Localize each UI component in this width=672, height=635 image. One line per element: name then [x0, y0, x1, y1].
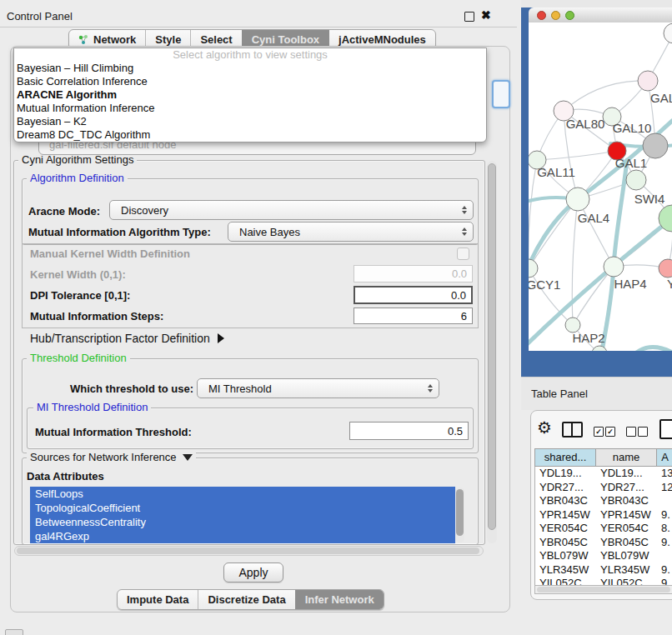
kernel-width-label: Kernel Width (0,1):: [30, 268, 126, 281]
cell-shared: YDR27...: [535, 481, 596, 495]
float-icon[interactable]: [464, 12, 474, 22]
network-icon: [78, 34, 89, 45]
algorithm-option-aracne-algorithm[interactable]: ARACNE Algorithm: [14, 88, 486, 102]
mi-type-select[interactable]: Naive Bayes: [228, 222, 474, 242]
attribute-item-gal4rgexp[interactable]: gal4RGexp: [30, 529, 455, 543]
table-row[interactable]: YDL19...YDL19...13: [535, 467, 672, 481]
deselect-columns-icon[interactable]: [638, 427, 648, 437]
cell-name: YLR345W: [596, 563, 657, 578]
algorithm-option-dream8-dc-tdc-algorithm[interactable]: Dream8 DC_TDC Algorithm: [14, 128, 486, 142]
attribute-item-betweennesscentrality[interactable]: BetweennessCentrality: [30, 515, 455, 529]
mi-threshold-label: Mutual Information Threshold:: [35, 426, 192, 438]
settings-horizontal-scrollbar-thumb[interactable]: [17, 548, 479, 554]
table-row[interactable]: YER054CYER054C8.: [535, 522, 672, 536]
aracne-mode-select[interactable]: Discovery: [109, 200, 474, 220]
sources-group-title[interactable]: Sources for Network Inference: [27, 452, 196, 463]
column-header-a[interactable]: A: [657, 449, 672, 466]
tab-impute-data[interactable]: Impute Data: [118, 590, 198, 609]
close-icon[interactable]: ✖: [481, 8, 491, 22]
apply-button[interactable]: Apply: [223, 562, 283, 582]
select-columns-icon[interactable]: ✓: [594, 427, 604, 437]
dpi-tolerance-field[interactable]: 0.0: [354, 286, 473, 304]
table-row[interactable]: YPR145WYPR145W9.: [535, 508, 672, 522]
zoom-traffic-icon[interactable]: [565, 11, 574, 20]
settings-vertical-scrollbar[interactable]: [487, 161, 497, 543]
settings-vertical-scrollbar-thumb[interactable]: [488, 163, 496, 530]
network-canvas[interactable]: GALGAL80GAL10GAL1GAL11SWI4GAL4GCY1HAP4YH…: [529, 22, 672, 351]
node-label-hap2: HAP2: [572, 331, 604, 345]
cell-shared: YLR345W: [535, 563, 596, 578]
aracne-mode-value: Discovery: [121, 204, 168, 217]
algorithm-option-basic-correlation-inference[interactable]: Basic Correlation Inference: [14, 75, 486, 88]
mi-type-value: Naive Bayes: [239, 226, 300, 238]
algorithm-dropdown[interactable]: Select algorithm to view settings Bayesi…: [13, 48, 487, 142]
column-header-shared[interactable]: shared...: [535, 449, 596, 466]
attribute-item-selfloops[interactable]: SelfLoops: [30, 487, 455, 501]
table-horizontal-scrollbar[interactable]: [534, 585, 672, 594]
algorithm-option-bayesian-k2[interactable]: Bayesian – K2: [14, 115, 486, 128]
node-label-swi4: SWI4: [634, 192, 665, 206]
algorithm-option-bayesian-hill-climbing[interactable]: Bayesian – Hill Climbing: [14, 62, 486, 75]
node-label-gal4: GAL4: [578, 211, 609, 225]
tab-label: jActiveMNodules: [339, 33, 426, 46]
node-top-partial[interactable]: [664, 23, 672, 43]
mi-threshold-field[interactable]: 0.5: [349, 422, 469, 440]
node-label-gal11: GAL11: [537, 165, 575, 179]
table-row[interactable]: YDR27...YDR27...12: [535, 481, 672, 495]
table-row[interactable]: YBR045CYBR045C9.: [535, 536, 672, 550]
deselect-columns-icon[interactable]: [626, 427, 636, 437]
dpi-tolerance-value: 0.0: [451, 289, 466, 302]
node-hap4[interactable]: [604, 257, 624, 277]
spinner-icon: [462, 228, 467, 236]
settings-horizontal-scrollbar[interactable]: [14, 546, 484, 556]
node-green-mid[interactable]: [626, 170, 646, 190]
cell-shared: YBR045C: [535, 536, 596, 550]
tab-label: Cyni Toolbox: [252, 33, 319, 46]
table-rows: YDL19...YDL19...13YDR27...YDR27...12YBR0…: [534, 467, 672, 585]
which-threshold-select[interactable]: MI Threshold: [197, 378, 439, 398]
select-columns-icon[interactable]: ✓: [605, 427, 615, 437]
tab-label: Infer Network: [305, 593, 374, 606]
cell-value: 9: [657, 577, 672, 585]
table-row[interactable]: YLR345WYLR345W9.: [535, 563, 672, 578]
split-column-icon[interactable]: [562, 422, 583, 438]
mi-threshold-value: 0.5: [448, 425, 463, 438]
close-traffic-icon[interactable]: [537, 11, 546, 20]
apply-button-label: Apply: [238, 566, 268, 579]
node-gcy1[interactable]: [529, 259, 538, 278]
sources-title-text: Sources for Network Inference: [30, 452, 177, 463]
collapsed-panel-fragment[interactable]: [5, 629, 23, 635]
attributes-scrollbar[interactable]: [455, 488, 464, 542]
node-gal4[interactable]: [566, 188, 589, 211]
hub-section-toggle[interactable]: Hub/Transcription Factor Definition: [30, 332, 224, 345]
mi-threshold-group-title: MI Threshold Definition: [33, 402, 151, 413]
cell-name: YIL052C: [596, 577, 657, 585]
cell-value: 9.: [657, 563, 672, 578]
cell-shared: YBL079W: [535, 549, 596, 563]
cell-name: YPR145W: [596, 508, 657, 522]
network-window-titlebar[interactable]: [529, 8, 672, 23]
table-row[interactable]: YBL079WYBL079W: [535, 549, 672, 563]
table-row[interactable]: YIL052CYIL052C9: [535, 577, 672, 585]
algorithm-option-mutual-information-inference[interactable]: Mutual Information Inference: [14, 102, 486, 115]
cell-value: 8.: [657, 522, 672, 536]
gear-icon[interactable]: ⚙: [537, 419, 552, 436]
network-edge: [537, 151, 617, 160]
attributes-scrollbar-thumb[interactable]: [456, 489, 464, 536]
node-salmon[interactable]: [659, 259, 672, 278]
table-row[interactable]: YBR043CYBR043C: [535, 494, 672, 508]
node-gray[interactable]: [643, 133, 668, 158]
tab-discretize-data[interactable]: Discretize Data: [198, 590, 294, 609]
attribute-item-topologicalcoefficient[interactable]: TopologicalCoefficient: [30, 501, 455, 515]
mi-steps-field[interactable]: 6: [354, 308, 473, 324]
network-edge: [529, 199, 578, 268]
minimize-traffic-icon[interactable]: [551, 11, 560, 20]
cell-name: YBL079W: [596, 549, 657, 563]
node-pink-upper[interactable]: [638, 71, 658, 91]
data-attributes-list[interactable]: SelfLoopsTopologicalCoefficientBetweenne…: [30, 487, 455, 543]
form-icon[interactable]: [659, 419, 672, 439]
cell-value: [657, 549, 672, 563]
column-header-name[interactable]: name: [596, 449, 657, 466]
table-horizontal-scrollbar-thumb[interactable]: [537, 587, 670, 592]
tab-infer-network[interactable]: Infer Network: [295, 590, 384, 609]
